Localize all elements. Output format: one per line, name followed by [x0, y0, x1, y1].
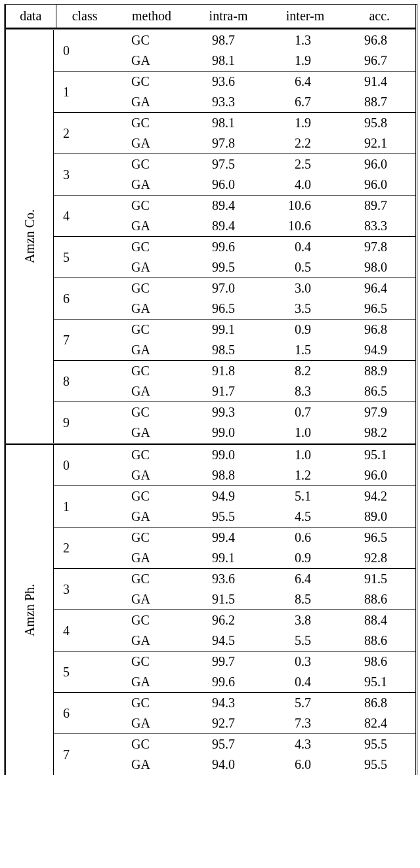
table-row: GC99.01.095.1: [109, 445, 415, 465]
header-data: data: [6, 5, 56, 28]
table-row: GA96.04.096.0: [109, 175, 415, 195]
table-row: GA99.50.598.0: [109, 257, 415, 278]
cell-intram: 99.1: [185, 548, 261, 568]
cell-method: GA: [109, 713, 185, 734]
table-row: GC94.35.786.8: [109, 693, 415, 713]
cell-acc: 95.5: [337, 754, 408, 775]
cell-intram: 91.7: [185, 381, 261, 402]
cell-intram: 94.3: [185, 693, 261, 713]
cell-intram: 99.6: [185, 237, 261, 257]
table-row: GA92.77.382.4: [109, 713, 415, 734]
class-group: 0GC98.71.396.8GA98.11.996.7: [54, 30, 415, 71]
cell-acc: 96.5: [337, 299, 408, 319]
cell-method: GA: [109, 92, 185, 112]
class-label: 1: [54, 72, 109, 112]
cell-acc: 95.1: [337, 672, 408, 692]
cell-acc: 98.6: [337, 651, 408, 672]
class-label: 7: [54, 320, 109, 360]
class-group: 1GC94.95.194.2GA95.54.589.0: [54, 486, 415, 527]
class-label: 6: [54, 278, 109, 319]
cell-acc: 86.5: [337, 381, 408, 402]
cell-interm: 0.4: [261, 237, 337, 257]
class-group: 6GC97.03.096.4GA96.53.596.5: [54, 278, 415, 319]
cell-interm: 0.7: [261, 402, 337, 423]
cell-acc: 95.1: [337, 445, 408, 465]
cell-interm: 0.6: [261, 527, 337, 548]
cell-intram: 95.5: [185, 506, 261, 527]
cell-acc: 88.6: [337, 630, 408, 651]
cell-method: GA: [109, 216, 185, 236]
table-row: GA98.81.296.0: [109, 465, 415, 486]
cell-method: GC: [109, 569, 185, 589]
cell-method: GC: [109, 402, 185, 423]
cell-acc: 88.9: [337, 361, 408, 381]
cell-method: GC: [109, 278, 185, 299]
cell-acc: 95.8: [337, 113, 408, 133]
cell-interm: 0.3: [261, 651, 337, 672]
table-row: GC96.23.888.4: [109, 610, 415, 630]
cell-intram: 98.8: [185, 465, 261, 486]
class-group: 0GC99.01.095.1GA98.81.296.0: [54, 445, 415, 486]
cell-method: GC: [109, 237, 185, 257]
cell-method: GC: [109, 693, 185, 713]
header-class: class: [56, 5, 114, 28]
header-intram: intra-m: [190, 5, 267, 28]
cell-method: GC: [109, 361, 185, 381]
cell-method: GA: [109, 299, 185, 319]
table-row: GA94.55.588.6: [109, 630, 415, 651]
cell-interm: 3.0: [261, 278, 337, 299]
cell-interm: 0.4: [261, 672, 337, 692]
cell-method: GA: [109, 257, 185, 278]
class-group: 8GC91.88.288.9GA91.78.386.5: [54, 360, 415, 402]
cell-interm: 6.7: [261, 92, 337, 112]
cell-acc: 97.8: [337, 237, 408, 257]
cell-acc: 96.8: [337, 320, 408, 340]
table-row: GA94.06.095.5: [109, 754, 415, 775]
cell-intram: 97.0: [185, 278, 261, 299]
cell-method: GC: [109, 113, 185, 133]
cell-interm: 5.7: [261, 693, 337, 713]
cell-intram: 99.5: [185, 257, 261, 278]
cell-intram: 97.8: [185, 133, 261, 154]
table-row: GA95.54.589.0: [109, 506, 415, 527]
cell-intram: 99.7: [185, 651, 261, 672]
table-row: GC98.11.995.8: [109, 113, 415, 133]
cell-acc: 88.7: [337, 92, 408, 112]
cell-intram: 99.0: [185, 445, 261, 465]
cell-acc: 94.2: [337, 486, 408, 506]
cell-method: GA: [109, 423, 185, 443]
table-row: GC95.74.395.5: [109, 734, 415, 754]
cell-interm: 0.9: [261, 548, 337, 568]
cell-intram: 95.7: [185, 734, 261, 754]
header-acc: acc.: [344, 5, 415, 28]
cell-intram: 99.6: [185, 672, 261, 692]
table-row: GA99.10.992.8: [109, 548, 415, 568]
cell-acc: 96.0: [337, 175, 408, 195]
cell-intram: 98.1: [185, 51, 261, 71]
class-label: 3: [54, 569, 109, 610]
cell-intram: 96.5: [185, 299, 261, 319]
cell-interm: 1.0: [261, 445, 337, 465]
table-row: GC99.70.398.6: [109, 651, 415, 672]
cell-intram: 94.5: [185, 630, 261, 651]
table-row: GC98.71.396.8: [109, 30, 415, 51]
cell-interm: 6.4: [261, 72, 337, 92]
cell-method: GC: [109, 734, 185, 754]
cell-intram: 93.6: [185, 569, 261, 589]
class-group: 5GC99.60.497.8GA99.50.598.0: [54, 236, 415, 278]
class-group: 9GC99.30.797.9GA99.01.098.2: [54, 402, 415, 443]
cell-intram: 89.4: [185, 196, 261, 216]
cell-method: GA: [109, 51, 185, 71]
cell-intram: 99.3: [185, 402, 261, 423]
cell-intram: 97.5: [185, 154, 261, 175]
cell-intram: 93.6: [185, 72, 261, 92]
cell-method: GA: [109, 133, 185, 154]
table-row: GC99.60.497.8: [109, 237, 415, 257]
cell-method: GC: [109, 527, 185, 548]
class-label: 2: [54, 527, 109, 568]
cell-interm: 10.6: [261, 216, 337, 236]
cell-interm: 1.9: [261, 113, 337, 133]
cell-acc: 91.4: [337, 72, 408, 92]
cell-intram: 96.2: [185, 610, 261, 630]
cell-intram: 89.4: [185, 216, 261, 236]
